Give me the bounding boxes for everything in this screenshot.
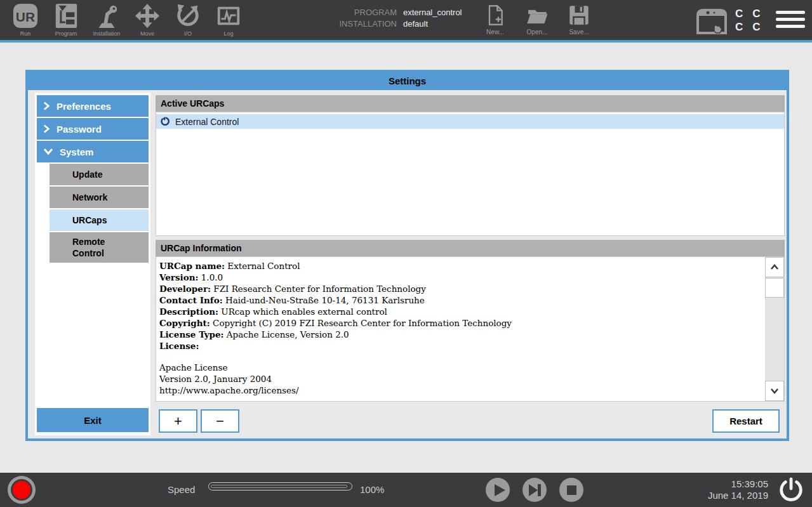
sidebar-item-label: Password bbox=[57, 124, 102, 135]
nav-log[interactable]: Log bbox=[208, 3, 249, 37]
save-floppy-icon bbox=[568, 4, 590, 27]
restart-button[interactable]: Restart bbox=[712, 409, 780, 433]
scroll-up-button[interactable] bbox=[765, 257, 784, 277]
urcap-list-item-external-control[interactable]: External Control bbox=[156, 114, 784, 129]
chevron-down-icon bbox=[769, 387, 780, 395]
main-nav: UR Run Program Installation Move I/O bbox=[5, 3, 249, 37]
new-button-label: New... bbox=[486, 29, 504, 36]
stop-button[interactable] bbox=[559, 478, 583, 502]
nav-run[interactable]: UR Run bbox=[5, 3, 46, 37]
settings-sidebar: Preferences Password System Update Netwo… bbox=[35, 93, 150, 435]
svg-text:UR: UR bbox=[16, 10, 35, 24]
sidebar-item-preferences[interactable]: Preferences bbox=[37, 95, 149, 117]
nav-installation[interactable]: Installation bbox=[86, 3, 127, 37]
program-value: external_control bbox=[403, 8, 462, 17]
log-icon bbox=[215, 3, 242, 29]
sidebar-subitem-label: URCaps bbox=[72, 215, 107, 225]
step-forward-icon bbox=[522, 478, 547, 502]
urcap-information-text: URCap name: External Control Version: 1.… bbox=[159, 260, 761, 396]
urcap-item-label: External Control bbox=[175, 117, 239, 127]
sidebar-item-system[interactable]: System bbox=[37, 141, 149, 162]
bottom-status-bar: Speed 100% 15:39:05 June 14, 2019 bbox=[0, 473, 812, 507]
active-urcaps-header: Active URCaps bbox=[156, 95, 785, 112]
active-urcaps-list: External Control bbox=[156, 112, 785, 236]
open-folder-icon bbox=[526, 4, 549, 27]
sidebar-item-label: Preferences bbox=[57, 101, 111, 112]
play-button[interactable] bbox=[486, 478, 510, 502]
power-button[interactable] bbox=[778, 477, 804, 503]
play-icon bbox=[486, 478, 510, 502]
nav-program[interactable]: Program bbox=[46, 3, 86, 37]
program-installation-status: PROGRAM external_control INSTALLATION de… bbox=[286, 8, 462, 29]
info-scrollbar[interactable] bbox=[765, 257, 784, 401]
sidebar-item-password[interactable]: Password bbox=[37, 118, 149, 140]
nav-move-label: Move bbox=[140, 30, 154, 37]
sidebar-item-urcaps[interactable]: URCaps bbox=[50, 209, 149, 231]
settings-dialog: Settings Preferences Password System Upd… bbox=[25, 70, 789, 441]
status-letter: C bbox=[752, 8, 760, 20]
open-button[interactable]: Open... bbox=[522, 4, 552, 36]
nav-installation-label: Installation bbox=[93, 30, 120, 37]
io-icon bbox=[175, 3, 201, 29]
program-label: PROGRAM bbox=[286, 8, 397, 17]
installation-value: default bbox=[403, 19, 462, 29]
urcap-restart-pending-icon bbox=[160, 117, 170, 127]
status-letter: C bbox=[735, 21, 743, 33]
nav-move[interactable]: Move bbox=[127, 3, 168, 37]
chevron-right-icon bbox=[43, 124, 50, 134]
speed-slider[interactable] bbox=[208, 482, 352, 491]
new-button[interactable]: New... bbox=[481, 4, 510, 36]
scroll-down-button[interactable] bbox=[765, 381, 784, 401]
hamburger-menu-icon[interactable] bbox=[776, 11, 805, 32]
remove-urcap-button[interactable]: − bbox=[201, 409, 239, 433]
speed-value: 100% bbox=[360, 484, 384, 495]
nav-log-label: Log bbox=[223, 30, 233, 37]
sidebar-item-label: System bbox=[60, 147, 93, 157]
sidebar-item-remote-control[interactable]: Remote Control bbox=[50, 232, 149, 263]
urcap-information-header: URCap Information bbox=[156, 240, 785, 256]
scrollbar-thumb[interactable] bbox=[765, 278, 784, 298]
nav-io[interactable]: I/O bbox=[168, 3, 208, 37]
installation-label: INSTALLATION bbox=[286, 19, 397, 29]
exit-button[interactable]: Exit bbox=[37, 408, 149, 432]
nav-program-label: Program bbox=[55, 30, 77, 37]
time-value: 15:39:05 bbox=[708, 478, 768, 490]
urcap-information-panel: URCap name: External Control Version: 1.… bbox=[156, 256, 785, 402]
robot-status-button[interactable] bbox=[8, 476, 36, 504]
teach-pendant-icon[interactable] bbox=[695, 8, 729, 36]
nav-run-label: Run bbox=[20, 30, 31, 37]
program-icon bbox=[53, 3, 79, 29]
open-button-label: Open... bbox=[527, 29, 548, 36]
sidebar-subitem-label: Network bbox=[72, 192, 107, 202]
installation-icon bbox=[93, 3, 120, 29]
sidebar-subitem-label: Update bbox=[72, 169, 102, 180]
speed-label: Speed bbox=[168, 484, 195, 495]
stop-icon bbox=[559, 478, 583, 502]
save-button[interactable]: Save... bbox=[564, 4, 594, 36]
date-value: June 14, 2019 bbox=[708, 490, 768, 501]
polyscope-screen: UR Run Program Installation Move I/O bbox=[0, 0, 812, 507]
sidebar-subitem-label: Remote Control bbox=[72, 236, 117, 259]
file-actions: New... Open... Save... bbox=[481, 4, 594, 36]
license-text: Apache License Version 2.0, January 2004… bbox=[159, 362, 761, 396]
step-button[interactable] bbox=[522, 478, 547, 502]
chevron-up-icon bbox=[769, 263, 780, 271]
ur-logo-icon: UR bbox=[12, 3, 39, 29]
status-indicator-grid: C C C C bbox=[735, 8, 761, 33]
save-button-label: Save... bbox=[569, 29, 589, 36]
move-icon bbox=[134, 3, 161, 29]
emergency-red-indicator bbox=[13, 481, 30, 499]
sidebar-item-update[interactable]: Update bbox=[50, 164, 149, 185]
sidebar-item-network[interactable]: Network bbox=[50, 187, 149, 208]
playback-controls bbox=[486, 478, 583, 502]
add-urcap-button[interactable]: + bbox=[159, 409, 197, 433]
nav-io-label: I/O bbox=[184, 30, 192, 37]
new-file-icon bbox=[484, 4, 507, 27]
chevron-down-icon bbox=[43, 147, 53, 157]
dialog-title: Settings bbox=[28, 72, 787, 90]
chevron-right-icon bbox=[43, 101, 50, 111]
status-letter: C bbox=[735, 8, 743, 20]
status-letter: C bbox=[752, 21, 760, 33]
top-header-bar: UR Run Program Installation Move I/O bbox=[0, 0, 812, 43]
clock: 15:39:05 June 14, 2019 bbox=[708, 478, 768, 501]
